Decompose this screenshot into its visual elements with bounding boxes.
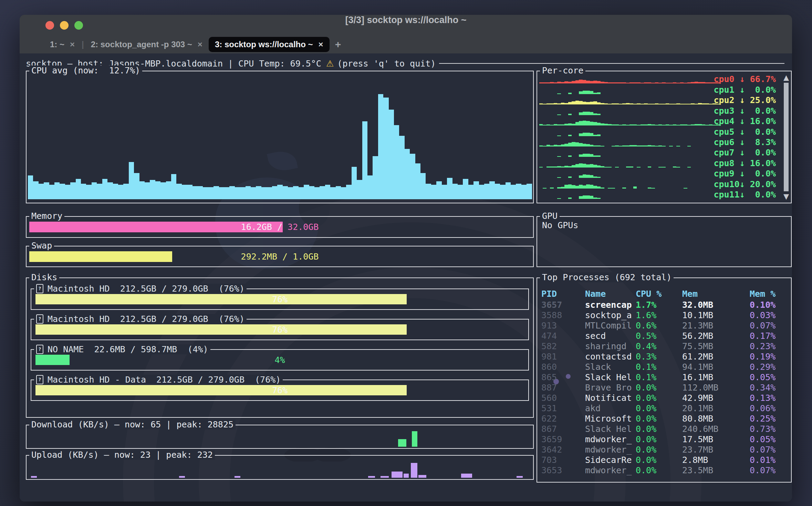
spark-bar [629, 82, 633, 83]
core-label: cpu6 ↓ 8.3% [714, 137, 776, 147]
spark-bar [593, 81, 597, 84]
cpu-history-bar [113, 184, 118, 199]
spark-bar [568, 155, 572, 157]
window-titlebar[interactable]: [3/3] socktop ws://localho ~ [20, 15, 792, 36]
spark-bar [557, 103, 561, 105]
process-name: socktop_a [585, 310, 636, 320]
process-name: Slack Hel [585, 424, 636, 434]
spark-bar [641, 124, 644, 125]
spark-bar [593, 93, 597, 94]
spark-bar [601, 146, 604, 146]
process-row: 3657screencap1.7%32.0MB0.10% [541, 300, 788, 310]
spark-bar [615, 103, 618, 105]
cpu-history-bar [28, 175, 33, 199]
core-row-cpu10: cpu10↓ 20.0% [539, 179, 776, 189]
spark-bar [637, 167, 640, 168]
process-row: 560Notificat0.0%42.9MB0.13% [541, 393, 550, 403]
spark-bar [539, 103, 543, 104]
column-header: Name [585, 289, 636, 299]
cpu-history-bar [410, 154, 415, 199]
spark-bar [615, 124, 618, 125]
cpu-history-bar [330, 187, 335, 199]
spark-bar [586, 121, 590, 125]
process-memp: 0.13% [750, 393, 775, 403]
close-button[interactable] [45, 21, 54, 30]
process-pid: 3659 [541, 434, 585, 444]
spark-bar [579, 154, 582, 157]
process-row: 474secd0.5%56.2MB0.17% [541, 331, 550, 341]
spark-bar [676, 83, 680, 84]
core-row-cpu4: cpu4 ↓ 16.0% [539, 116, 776, 126]
cpu-history-bar [145, 182, 150, 199]
upload-bar [392, 472, 403, 478]
per-core-panel: Per-core cpu0 ↓ 66.7%cpu1 ↓ 0.0%cpu2 ↓ 2… [537, 71, 792, 203]
core-label: cpu11↓ 0.0% [714, 190, 776, 200]
process-memp: 0.01% [750, 455, 775, 465]
scrollbar-thumb[interactable] [784, 83, 789, 191]
scroll-down-icon[interactable]: ▼ [783, 192, 789, 201]
core-sparkline [539, 169, 720, 178]
tab-3[interactable]: 3: socktop ws://localho ~× [209, 37, 330, 52]
spark-bar [612, 103, 615, 104]
spark-bar [579, 121, 582, 125]
download-chart [28, 427, 532, 447]
spark-bar [612, 188, 615, 189]
core-sparkline [539, 96, 720, 104]
tab-close-icon[interactable]: × [319, 40, 323, 49]
cpu-history-bar [399, 136, 404, 199]
spark-bar [633, 145, 637, 146]
tab-close-icon[interactable]: × [198, 40, 202, 49]
new-tab-button[interactable]: + [335, 39, 341, 50]
disk-title: ?NO NAME 22.6MB / 598.7MB (4%) [34, 344, 210, 354]
process-pid: 3642 [541, 445, 585, 455]
spark-bar [676, 125, 680, 126]
spark-bar [543, 82, 546, 83]
spark-bar [583, 121, 586, 125]
cpu-history-bar [458, 185, 463, 199]
cpu-history-bar [107, 182, 113, 199]
spark-bar [641, 145, 644, 146]
scroll-up-icon[interactable]: ▲ [783, 73, 789, 82]
maximize-button[interactable] [74, 21, 83, 30]
process-pid: 3657 [541, 300, 585, 310]
spark-bar [557, 187, 561, 189]
spark-bar [644, 82, 647, 83]
spark-bar [543, 125, 546, 126]
spark-bar [684, 124, 687, 126]
spark-bar [619, 125, 622, 126]
minimize-button[interactable] [60, 21, 69, 30]
tab-label: 2: socktop_agent -p 303 ~ [91, 40, 192, 49]
cpu-history-bar [341, 187, 346, 199]
tab-close-icon[interactable]: × [70, 40, 75, 49]
spark-bar [608, 124, 611, 125]
core-row-cpu0: cpu0 ↓ 66.7% [539, 74, 776, 84]
spark-bar [579, 91, 582, 94]
core-label: cpu7 ↓ 0.0% [714, 148, 776, 158]
spark-bar [687, 167, 691, 168]
scrollbar[interactable]: ▲ ▼ [783, 73, 789, 201]
cpu-history-bar [304, 185, 309, 199]
core-label: cpu1 ↓ 0.0% [714, 85, 776, 95]
spark-bar [586, 91, 590, 94]
disk-usage-gauge: 76% [35, 294, 524, 304]
spark-bar [590, 164, 593, 168]
spark-bar [698, 103, 701, 104]
memory-used-value: 16.2GB / [241, 222, 288, 232]
process-cpu: 0.0% [636, 393, 682, 403]
core-sparkline [539, 117, 720, 125]
cpu-history-bar [314, 187, 320, 199]
cpu-history-bar [500, 185, 505, 199]
spark-bar [561, 103, 564, 105]
spark-bar [698, 82, 701, 84]
disk-title: ?Macintosh HD - Data 212.5GB / 279.0GB (… [34, 375, 283, 385]
spark-bar [557, 156, 561, 157]
process-cpu: 0.0% [636, 455, 682, 465]
tab-2[interactable]: 2: socktop_agent -p 303 ~× [85, 37, 209, 52]
cpu-history-bar [267, 187, 272, 199]
tab-1[interactable]: 1: ~× [44, 37, 81, 52]
process-cpu: 0.0% [636, 465, 682, 475]
spark-bar [684, 104, 687, 105]
spark-bar [597, 92, 601, 94]
spark-bar [597, 81, 601, 83]
process-pid: 703 [541, 455, 585, 465]
